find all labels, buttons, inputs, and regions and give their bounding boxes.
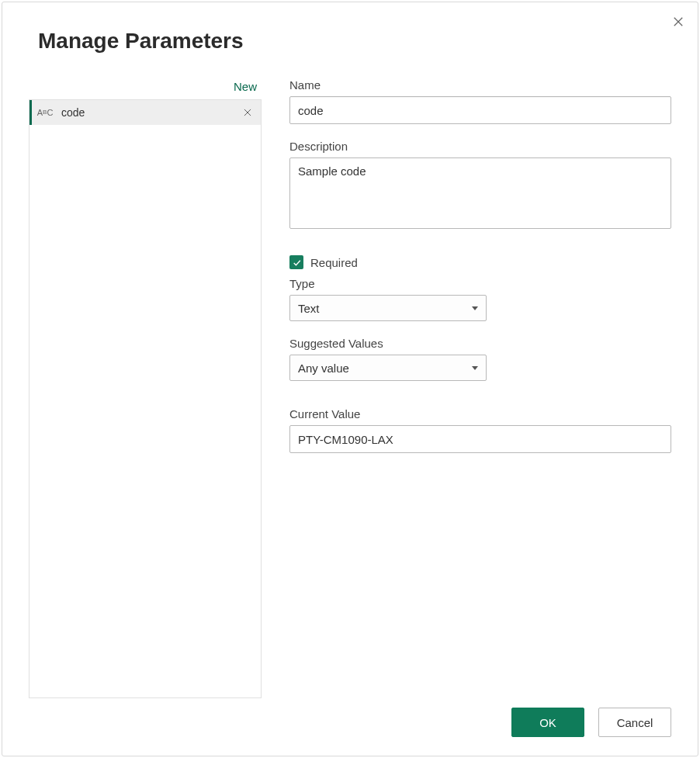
name-label: Name [289, 78, 671, 92]
parameter-list-panel: New ABC code [29, 77, 262, 698]
dialog-footer: OK Cancel [29, 708, 671, 737]
type-select[interactable]: Text [289, 295, 487, 321]
current-value-label: Current Value [289, 407, 671, 421]
parameter-form-panel: Name Description Required Type Text [289, 77, 671, 698]
x-icon [242, 107, 253, 118]
dialog-content: New ABC code Name Description [29, 77, 671, 698]
required-checkbox-row: Required [289, 255, 671, 269]
suggested-values-select-value: Any value [298, 362, 349, 375]
ok-button[interactable]: OK [511, 708, 584, 737]
manage-parameters-dialog: Manage Parameters New ABC code Name [2, 2, 698, 756]
description-label: Description [289, 140, 671, 153]
current-value-input[interactable] [289, 425, 671, 453]
chevron-down-icon [472, 366, 478, 370]
dialog-title: Manage Parameters [38, 29, 671, 54]
suggested-values-label: Suggested Values [289, 337, 671, 350]
close-icon [671, 15, 685, 29]
text-type-icon: ABC [38, 108, 52, 117]
cancel-button[interactable]: Cancel [598, 708, 671, 737]
required-checkbox[interactable] [289, 255, 303, 269]
close-button[interactable] [670, 13, 687, 30]
parameter-item-label: code [61, 106, 241, 119]
new-parameter-link[interactable]: New [29, 77, 262, 99]
name-input[interactable] [289, 96, 671, 124]
type-select-value: Text [298, 302, 320, 315]
type-label: Type [289, 277, 671, 290]
parameter-item-code[interactable]: ABC code [29, 100, 261, 125]
suggested-values-select[interactable]: Any value [289, 355, 487, 381]
check-icon [292, 258, 302, 268]
chevron-down-icon [472, 306, 478, 310]
delete-parameter-button[interactable] [241, 106, 255, 119]
required-label: Required [310, 256, 358, 269]
description-input[interactable] [289, 157, 671, 229]
parameter-list: ABC code [29, 99, 262, 698]
